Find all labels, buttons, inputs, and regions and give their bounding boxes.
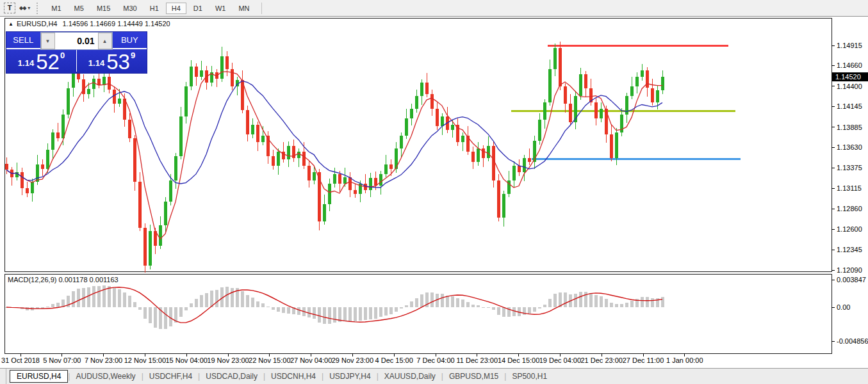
svg-text:1 Jan 00:00: 1 Jan 00:00 xyxy=(666,356,703,364)
svg-text:1.12860: 1.12860 xyxy=(837,205,862,212)
timeframe-button-h4[interactable]: H4 xyxy=(166,3,186,14)
svg-text:1.14400: 1.14400 xyxy=(837,83,862,90)
chart-tab-gbpusd[interactable]: GBPUSD,M15 xyxy=(443,370,504,383)
svg-text:1.14660: 1.14660 xyxy=(837,61,862,69)
svg-text:1.13115: 1.13115 xyxy=(837,184,862,192)
sell-button[interactable]: SELL xyxy=(6,32,40,49)
chart-symbol-label: EURUSD,H4 xyxy=(17,20,58,28)
svg-text:27 Dec 11:00: 27 Dec 11:00 xyxy=(623,356,664,364)
svg-text:21 Dec 23:00: 21 Dec 23:00 xyxy=(580,356,622,364)
candlestick-series[interactable] xyxy=(5,42,664,272)
buy-price-big-digits: 53 xyxy=(106,53,130,70)
chart-tab-usdjpy[interactable]: USDJPY,H4 xyxy=(323,370,376,383)
svg-text:0.00: 0.00 xyxy=(837,303,850,311)
timeframe-button-m30[interactable]: M30 xyxy=(117,3,142,14)
chart-tabs: EURUSD,H4|AUDUSD,Weekly|USDCHF,H4|USDCAD… xyxy=(6,369,553,384)
timeframe-button-d1[interactable]: D1 xyxy=(188,3,208,14)
buy-price-display[interactable]: 1.14 53 9 xyxy=(76,49,147,72)
tab-scroll-gutter[interactable] xyxy=(0,369,6,384)
svg-text:1.13375: 1.13375 xyxy=(837,164,862,172)
toolbar-separator xyxy=(261,3,262,14)
buy-price-pipette: 9 xyxy=(131,51,135,60)
collapse-triangle-icon[interactable]: ▲ xyxy=(8,21,13,27)
chart-tab-usdcnh[interactable]: USDCNH,H4 xyxy=(265,370,322,383)
chart-tab-audusd[interactable]: AUDUSD,Weekly xyxy=(70,370,141,383)
volume-decrease-button[interactable]: ▼ xyxy=(41,33,55,49)
chart-title: ▲ EURUSD,H4 1.14596 1.14669 1.14449 1.14… xyxy=(8,20,170,28)
chart-tab-usdchf[interactable]: USDCHF,H4 xyxy=(143,370,198,383)
svg-text:1.12600: 1.12600 xyxy=(837,225,862,233)
macd-indicator-label: MACD(12,26,9) 0.001178 0.001163 xyxy=(8,276,119,284)
timeframe-button-h1[interactable]: H1 xyxy=(144,3,165,14)
sell-price-prefix: 1.14 xyxy=(18,58,34,68)
svg-text:5 Nov 07:00: 5 Nov 07:00 xyxy=(43,356,81,364)
macd-axis[interactable]: 0.0038470.00-0.004856 xyxy=(831,276,868,345)
svg-text:7 Nov 23:00: 7 Nov 23:00 xyxy=(85,356,122,364)
svg-text:1.12090: 1.12090 xyxy=(837,266,862,274)
chevron-down-icon: ▾ xyxy=(28,5,30,11)
svg-text:1.14915: 1.14915 xyxy=(837,42,862,49)
chart-tab-usdcad[interactable]: USDCAD,Daily xyxy=(200,370,263,383)
svg-text:7 Dec 04:00: 7 Dec 04:00 xyxy=(416,356,454,364)
timeframe-button-group: M1M5M15M30H1H4D1W1MN xyxy=(45,0,256,16)
svg-text:1.13630: 1.13630 xyxy=(837,143,862,151)
svg-text:0.003847: 0.003847 xyxy=(837,276,866,284)
timeframe-button-m15[interactable]: M15 xyxy=(91,3,116,14)
text-tool-icon: T xyxy=(4,3,15,13)
one-click-trade-panel: SELL ▼ 0.01 ▲ BUY 1.14 52 0 1.14 53 9 xyxy=(6,32,147,73)
svg-text:15 Nov 04:00: 15 Nov 04:00 xyxy=(165,356,207,364)
svg-text:31 Oct 2018: 31 Oct 2018 xyxy=(1,356,40,364)
chart-window: 1.149151.146601.144001.141451.138851.136… xyxy=(0,17,868,384)
top-toolbar: T ◆◆ ▾ M1M5M15M30H1H4D1W1MN xyxy=(0,0,868,17)
svg-text:19 Dec 04:00: 19 Dec 04:00 xyxy=(539,356,581,364)
chart-tab-eurusd[interactable]: EURUSD,H4 xyxy=(10,370,68,383)
timeframe-button-m1[interactable]: M1 xyxy=(45,3,67,14)
svg-text:1.14145: 1.14145 xyxy=(837,102,862,110)
timeframe-button-m5[interactable]: M5 xyxy=(69,3,90,14)
time-axis[interactable]: 31 Oct 20185 Nov 07:007 Nov 23:0012 Nov … xyxy=(1,354,703,364)
arrange-symbols-button[interactable]: ◆◆ ▾ xyxy=(19,2,30,15)
svg-text:4 Dec 15:00: 4 Dec 15:00 xyxy=(375,356,413,364)
current-price-badge: 1.14520 xyxy=(832,72,868,81)
svg-text:-0.004856: -0.004856 xyxy=(837,337,868,345)
svg-text:19 Nov 23:00: 19 Nov 23:00 xyxy=(207,356,249,364)
svg-text:29 Nov 23:00: 29 Nov 23:00 xyxy=(332,356,373,364)
svg-text:1.13885: 1.13885 xyxy=(837,124,862,131)
chart-tab-xauusd[interactable]: XAUUSD,Daily xyxy=(379,370,441,383)
buy-price-prefix: 1.14 xyxy=(88,58,104,68)
toolbar-drag-handle[interactable] xyxy=(37,3,41,14)
chart-tab-sp500[interactable]: SP500,H1 xyxy=(506,370,553,383)
sell-price-pipette: 0 xyxy=(60,51,65,60)
text-tool-button[interactable]: T xyxy=(4,2,15,15)
chart-ohlc-label: 1.14596 1.14669 1.14449 1.14520 xyxy=(63,20,170,28)
timeframe-button-w1[interactable]: W1 xyxy=(209,3,232,14)
svg-text:14 Dec 15:00: 14 Dec 15:00 xyxy=(498,356,539,364)
svg-text:1.12345: 1.12345 xyxy=(837,246,862,253)
svg-text:22 Nov 15:00: 22 Nov 15:00 xyxy=(249,356,290,364)
volume-stepper: ▼ 0.01 ▲ xyxy=(40,32,113,50)
timeframe-button-mn[interactable]: MN xyxy=(233,3,255,14)
volume-input[interactable]: 0.01 xyxy=(55,33,98,49)
svg-text:12 Nov 15:00: 12 Nov 15:00 xyxy=(124,356,166,364)
sell-price-display[interactable]: 1.14 52 0 xyxy=(6,49,76,72)
diamonds-icon: ◆◆ xyxy=(19,5,26,11)
buy-button[interactable]: BUY xyxy=(113,32,147,49)
svg-text:27 Nov 04:00: 27 Nov 04:00 xyxy=(290,356,332,364)
svg-text:1.14520: 1.14520 xyxy=(835,73,861,81)
sell-price-big-digits: 52 xyxy=(36,53,60,70)
macd-panel[interactable] xyxy=(5,285,664,329)
volume-increase-button[interactable]: ▲ xyxy=(98,33,112,49)
chart-tab-bar: EURUSD,H4|AUDUSD,Weekly|USDCHF,H4|USDCAD… xyxy=(0,368,868,384)
svg-text:11 Dec 23:00: 11 Dec 23:00 xyxy=(456,356,498,364)
